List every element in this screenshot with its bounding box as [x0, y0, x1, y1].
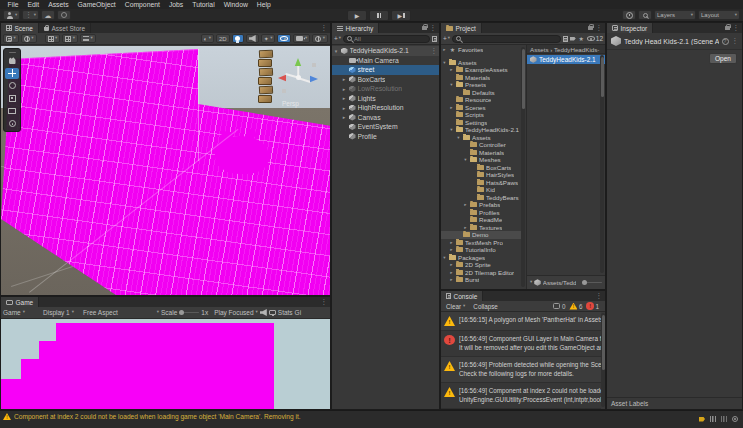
pause-button[interactable] — [369, 10, 389, 21]
create-asset-button[interactable]: +▾ — [443, 35, 450, 42]
play-focused-dropdown[interactable]: Play Focused▾ — [214, 309, 258, 316]
warning-count[interactable]: !6 — [569, 303, 582, 310]
project-folder-boxcarts[interactable]: BoxCarts — [441, 164, 521, 172]
foldout-icon[interactable]: ▾ — [442, 255, 447, 260]
project-folder-textmesh-pro[interactable]: ▸TextMesh Pro — [441, 239, 521, 247]
mute-audio-toggle[interactable] — [260, 309, 267, 316]
project-folder-favorites[interactable]: ▸★Favorites — [441, 46, 521, 54]
menu-help[interactable]: Help — [252, 0, 275, 9]
foldout-icon[interactable]: ▾ — [449, 82, 454, 87]
scale-slider[interactable]: Scale1x — [161, 309, 208, 316]
status-bar[interactable]: ! Component at index 2 could not be load… — [0, 410, 743, 428]
foldout-icon[interactable]: ▸ — [449, 262, 454, 267]
foldout-icon[interactable]: ▸ — [341, 114, 347, 120]
audio-toggle[interactable] — [246, 34, 259, 43]
game-view-dropdown[interactable]: Game▾ — [3, 309, 41, 316]
account-button[interactable]: ▾ — [3, 10, 20, 20]
lighting-toggle[interactable] — [232, 34, 244, 43]
camera-settings-dropdown[interactable]: ▾ — [293, 34, 310, 43]
console-message[interactable]: ![16:56:49] Problem detected while openi… — [441, 357, 601, 383]
menu-component[interactable]: Component — [120, 0, 164, 9]
hierarchy-item-teddyheadkids-2-1[interactable]: ▾TeddyHeadKids-2.1⋮ — [332, 46, 439, 56]
project-folder-assets[interactable]: ▾Assets — [441, 134, 521, 142]
kebab-icon[interactable]: ⋮ — [431, 48, 440, 55]
hand-tool-button[interactable] — [5, 55, 19, 67]
console-message[interactable]: ![16:56:49] Component at index 2 could n… — [441, 383, 601, 409]
hierarchy-item-eventsystem[interactable]: EventSystem — [332, 122, 439, 132]
vsync-toggle[interactable] — [269, 310, 276, 315]
foldout-icon[interactable]: ▾ — [463, 157, 468, 162]
snap-move-button[interactable]: ▾ — [80, 34, 96, 43]
project-folder-presets[interactable]: ▾Presets — [441, 81, 521, 89]
project-folder-tutorialinfo[interactable]: ▸TutorialInfo — [441, 246, 521, 254]
project-folder-meshes[interactable]: ▾Meshes — [441, 156, 521, 164]
panel-menu-icon[interactable]: ⋮ — [596, 293, 603, 300]
asset-labels-section[interactable]: Asset Labels — [607, 397, 742, 409]
scale-tool-button[interactable] — [5, 93, 19, 105]
z-axis-cone[interactable] — [310, 75, 318, 83]
foldout-icon[interactable]: ▸ — [449, 67, 454, 72]
drag-handle[interactable] — [9, 52, 16, 54]
project-folder-readme[interactable]: ReadMe — [441, 216, 521, 224]
menu-file[interactable]: File — [3, 0, 23, 9]
project-folder-packages[interactable]: ▾Packages — [441, 254, 521, 262]
hierarchy-item-profile[interactable]: Profile — [332, 132, 439, 142]
rotate-tool-button[interactable] — [5, 80, 19, 92]
game-viewport[interactable] — [1, 319, 330, 409]
slider-track[interactable] — [179, 312, 199, 314]
panel-menu-icon[interactable]: ⋮ — [321, 25, 328, 32]
project-folder-2d-tilemap-editor[interactable]: ▸2D Tilemap Editor — [441, 269, 521, 277]
undo-history-button[interactable] — [622, 10, 636, 20]
gizmos-button-clipped[interactable]: Gi — [295, 309, 302, 316]
foldout-icon[interactable]: ▸ — [442, 47, 447, 52]
menu-gameobject[interactable]: GameObject — [73, 0, 120, 9]
move-tool-button[interactable] — [5, 68, 19, 80]
hidden-packages-toggle[interactable]: 12 — [587, 35, 603, 42]
hierarchy-item-street[interactable]: street — [332, 65, 439, 75]
lock-icon[interactable] — [422, 26, 427, 30]
foldout-icon[interactable]: ▸ — [463, 202, 468, 207]
menu-edit[interactable]: Edit — [23, 0, 44, 9]
project-folder-exampleassets[interactable]: ▸ExampleAssets — [441, 66, 521, 74]
gizmos-dropdown[interactable]: ▾ — [312, 34, 328, 43]
effects-dropdown[interactable]: ✦▾ — [261, 34, 276, 43]
aspect-dropdown[interactable]: Free Aspect▾ — [83, 309, 159, 316]
assets-pane-scrollbar[interactable] — [600, 55, 604, 273]
scene-viewport[interactable]: Persp — [1, 46, 330, 295]
thumbnail-size-slider[interactable] — [582, 282, 602, 284]
project-tree-scrollbar[interactable] — [521, 47, 525, 287]
menu-jobs[interactable]: Jobs — [164, 0, 187, 9]
clear-button[interactable]: Clear▾ — [443, 303, 468, 310]
help-icon[interactable]: ? — [722, 38, 729, 45]
foldout-icon[interactable]: ▸ — [449, 277, 454, 282]
console-message[interactable]: ![16:56:49] Component GUI Layer in Main … — [441, 331, 601, 357]
save-search-button[interactable]: ★ — [578, 36, 585, 42]
project-folder-profiles[interactable]: Profiles — [441, 209, 521, 217]
search-filter-button[interactable] — [432, 36, 437, 42]
services-button[interactable] — [57, 10, 71, 20]
foldout-icon[interactable]: ▸ — [341, 105, 347, 111]
hierarchy-search-input[interactable]: All — [343, 35, 430, 43]
project-folder-teddybears[interactable]: TeddyBears — [441, 194, 521, 202]
project-folder-demo[interactable]: Demo — [441, 231, 521, 239]
foldout-icon[interactable]: ▸ — [341, 86, 347, 92]
play-button[interactable]: ▶ — [347, 10, 367, 21]
console-scrollbar[interactable] — [601, 313, 605, 407]
menu-assets[interactable]: Assets — [44, 0, 73, 9]
scene-visibility-toggle[interactable] — [277, 34, 291, 43]
orientation-gizmo[interactable] — [277, 56, 319, 98]
hierarchy-item-highresolution[interactable]: ▸HighResolution — [332, 103, 439, 113]
error-count[interactable]: !1 — [586, 302, 599, 310]
hierarchy-item-boxcarts[interactable]: ▸BoxCarts — [332, 75, 439, 85]
project-folder-scenes[interactable]: ▸Scenes — [441, 104, 521, 112]
project-folder-hairstyles[interactable]: HairStyles — [441, 171, 521, 179]
project-folder-hats-paws[interactable]: Hats&Paws — [441, 179, 521, 187]
snap-increment-button[interactable]: ▾ — [62, 34, 78, 43]
tool-settings-button[interactable]: ▾ — [3, 34, 19, 43]
foldout-icon[interactable]: ▸ — [449, 270, 454, 275]
foldout-icon[interactable]: ▾ — [456, 135, 461, 140]
project-folder-settings[interactable]: Settings — [441, 119, 521, 127]
panel-menu-icon[interactable]: ⋮ — [733, 25, 740, 32]
search-button[interactable] — [638, 10, 652, 20]
x-axis-cone[interactable] — [278, 74, 286, 82]
